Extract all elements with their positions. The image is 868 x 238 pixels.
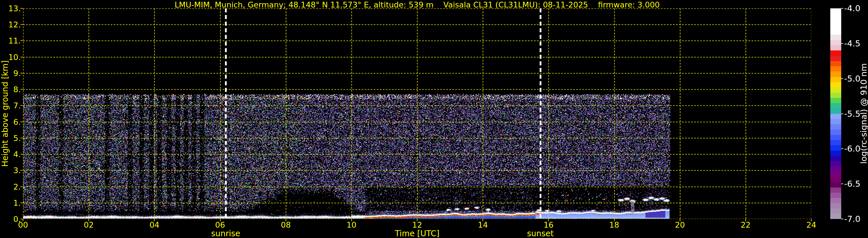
x-tick-label: 02 — [84, 220, 94, 229]
colorbar-color-step — [830, 187, 841, 193]
colorbar-color-step — [830, 193, 841, 198]
colorbar-color-step — [830, 8, 841, 13]
colorbar-color-step — [830, 77, 841, 82]
colorbar-color-step — [830, 214, 841, 219]
y-tick-label: 5. — [4, 133, 21, 142]
y-tick-label: 11. — [4, 36, 21, 45]
colorbar-color-step — [830, 66, 841, 71]
y-tick-mark — [21, 154, 23, 154]
colorbar-color-step — [830, 29, 841, 35]
y-tick-label: 12. — [4, 20, 21, 29]
colorbar-tick-label: -6.5 — [844, 179, 861, 189]
x-tick-label: 04 — [149, 220, 159, 229]
x-tick-label: 12 — [412, 220, 422, 229]
x-tick-mark — [417, 219, 417, 221]
y-tick-label: 0. — [4, 215, 21, 224]
colorbar-color-step — [830, 198, 841, 203]
colorbar-color-step — [830, 108, 841, 114]
x-tick-mark — [286, 219, 286, 221]
colorbar-color-step — [830, 40, 841, 45]
colorbar-color-step — [830, 45, 841, 51]
backscatter-heatmap-canvas — [23, 8, 811, 219]
x-tick-mark — [220, 219, 220, 221]
y-tick-mark — [21, 138, 23, 138]
y-tick-label: 10. — [4, 53, 21, 61]
x-tick-mark — [745, 219, 746, 221]
colorbar-color-step — [830, 103, 841, 108]
x-tick-label: 10 — [347, 220, 356, 229]
x-tick-mark — [351, 219, 352, 221]
y-tick-mark — [21, 57, 23, 57]
y-tick-mark — [21, 122, 23, 122]
x-tick-mark — [548, 219, 549, 221]
y-tick-label: 6. — [4, 117, 21, 126]
colorbar-color-step — [830, 35, 841, 40]
colorbar-color-step — [830, 98, 841, 103]
x-tick-mark — [680, 219, 680, 221]
colorbar — [830, 8, 841, 219]
colorbar-tick-mark — [841, 183, 843, 184]
x-tick-label: 20 — [675, 220, 685, 229]
colorbar-color-step — [830, 209, 841, 214]
colorbar-color-step — [830, 93, 841, 98]
colorbar-color-step — [830, 129, 841, 135]
y-tick-label: 4. — [4, 150, 21, 159]
colorbar-color-step — [830, 161, 841, 166]
x-axis-label: Time [UTC] — [395, 229, 440, 238]
y-tick-mark — [21, 203, 23, 203]
colorbar-color-step — [830, 24, 841, 29]
y-tick-label: 7. — [4, 101, 21, 110]
y-tick-mark — [21, 89, 23, 90]
colorbar-color-step — [830, 119, 841, 124]
y-tick-mark — [21, 24, 23, 25]
x-tick-mark — [811, 219, 812, 221]
x-tick-mark — [154, 219, 155, 221]
colorbar-tick-mark — [841, 78, 843, 79]
y-tick-label: 13. — [4, 4, 21, 13]
y-tick-mark — [21, 73, 23, 73]
colorbar-tick-mark — [841, 219, 843, 219]
colorbar-color-step — [830, 177, 841, 182]
x-tick-label: 18 — [609, 220, 619, 229]
x-tick-label: 16 — [544, 220, 553, 229]
colorbar-color-step — [830, 145, 841, 150]
colorbar-color-step — [830, 166, 841, 172]
x-tick-mark — [88, 219, 89, 221]
colorbar-color-step — [830, 13, 841, 19]
colorbar-color-step — [830, 182, 841, 187]
y-tick-label: 2. — [4, 182, 21, 191]
colorbar-color-step — [830, 172, 841, 177]
colorbar-color-step — [830, 61, 841, 66]
x-tick-label: 08 — [281, 220, 290, 229]
colorbar-tick-label: -7.0 — [844, 214, 861, 224]
colorbar-color-step — [830, 135, 841, 140]
y-tick-mark — [21, 186, 23, 187]
colorbar-tick-label: -5.5 — [844, 109, 861, 119]
y-tick-mark — [21, 8, 23, 9]
x-tick-mark — [614, 219, 615, 221]
colorbar-tick-mark — [841, 8, 843, 9]
colorbar-color-step — [830, 82, 841, 87]
colorbar-label: log(rc-signal) @ 910 nm — [859, 63, 868, 164]
colorbar-tick-label: -5.0 — [844, 74, 861, 84]
y-tick-mark — [21, 40, 23, 41]
plot-title: LMU-MIM, Munich, Germany; 48.148° N 11.5… — [23, 0, 811, 9]
x-tick-mark — [483, 219, 483, 221]
colorbar-tick-label: -6.0 — [844, 144, 861, 154]
y-tick-label: 8. — [4, 85, 21, 94]
y-tick-mark — [21, 219, 23, 219]
colorbar-color-step — [830, 124, 841, 129]
colorbar-tick-mark — [841, 148, 843, 149]
colorbar-color-step — [830, 114, 841, 119]
x-tick-label: 06 — [215, 220, 225, 229]
x-tick-label: 24 — [806, 220, 816, 229]
x-tick-label: 22 — [741, 220, 750, 229]
colorbar-tick-label: -4.5 — [844, 39, 861, 49]
y-tick-label: 9. — [4, 68, 21, 78]
ceilometer-quicklook-figure: LMU-MIM, Munich, Germany; 48.148° N 11.5… — [0, 0, 868, 238]
colorbar-color-step — [830, 51, 841, 56]
colorbar-color-step — [830, 71, 841, 77]
x-tick-mark — [23, 219, 23, 221]
sunrise-annotation: sunrise — [211, 229, 240, 238]
y-tick-mark — [21, 105, 23, 106]
